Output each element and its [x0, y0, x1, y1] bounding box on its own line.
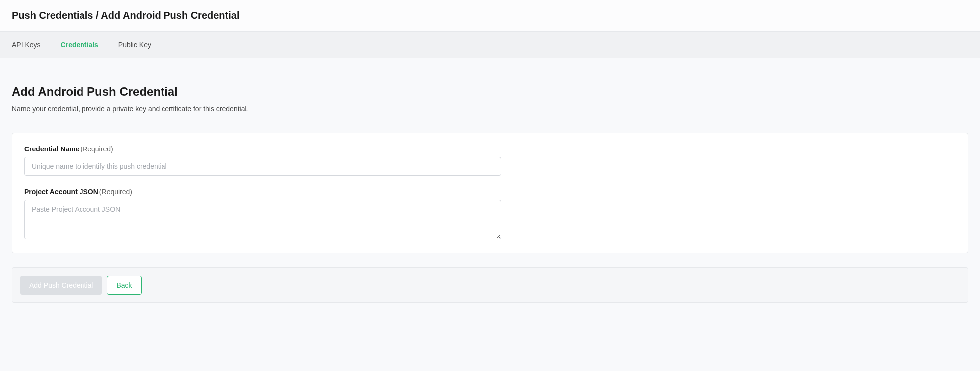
- project-account-json-group: Project Account JSON(Required): [24, 188, 956, 241]
- project-account-json-label-text: Project Account JSON: [24, 188, 98, 196]
- project-account-json-input[interactable]: [24, 200, 501, 239]
- actions-bar: Add Push Credential Back: [12, 267, 968, 303]
- form-card: Credential Name(Required) Project Accoun…: [12, 133, 968, 253]
- breadcrumb-parent[interactable]: Push Credentials: [12, 10, 93, 21]
- breadcrumb: Push Credentials / Add Android Push Cred…: [12, 10, 968, 21]
- tab-credentials[interactable]: Credentials: [61, 32, 98, 58]
- credential-name-input[interactable]: [24, 157, 501, 176]
- project-account-json-required: (Required): [99, 188, 132, 196]
- breadcrumb-separator: /: [93, 10, 101, 21]
- credential-name-required: (Required): [80, 145, 113, 153]
- page-header: Push Credentials / Add Android Push Cred…: [0, 0, 980, 32]
- tab-api-keys[interactable]: API Keys: [12, 32, 41, 58]
- page-subtitle: Name your credential, provide a private …: [12, 105, 968, 113]
- project-account-json-label: Project Account JSON(Required): [24, 188, 956, 196]
- add-push-credential-button[interactable]: Add Push Credential: [20, 276, 102, 295]
- credential-name-group: Credential Name(Required): [24, 145, 956, 176]
- main-content: Add Android Push Credential Name your cr…: [0, 58, 980, 315]
- tab-public-key[interactable]: Public Key: [118, 32, 151, 58]
- page-title: Add Android Push Credential: [12, 85, 968, 99]
- credential-name-label-text: Credential Name: [24, 145, 79, 153]
- back-button[interactable]: Back: [107, 276, 141, 295]
- breadcrumb-current: Add Android Push Credential: [101, 10, 239, 21]
- tabs-bar: API Keys Credentials Public Key: [0, 32, 980, 58]
- credential-name-label: Credential Name(Required): [24, 145, 956, 153]
